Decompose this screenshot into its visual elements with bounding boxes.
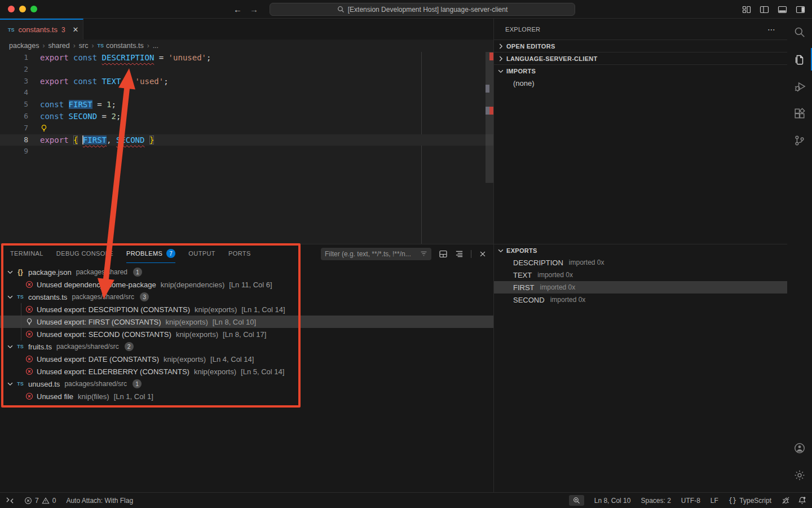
problem-file-name: package.json	[28, 268, 72, 277]
source-control-icon	[793, 134, 806, 147]
chevron-down-icon	[497, 247, 505, 255]
minimize-window-button[interactable]	[19, 6, 26, 12]
tree-indent-guide	[21, 303, 21, 340]
debug-disabled-icon[interactable]	[782, 496, 790, 505]
toggle-secondary-sidebar-icon[interactable]	[796, 5, 805, 14]
breadcrumb-item[interactable]: TSconstants.ts	[97, 42, 143, 50]
sidebar-section-language-server-client[interactable]: LANGUAGE-SERVER-CLIENT	[494, 52, 787, 64]
close-panel-icon[interactable]	[479, 250, 487, 258]
language-mode[interactable]: {} TypeScript	[729, 497, 771, 505]
sidebar-section-exports[interactable]: EXPORTS	[494, 244, 787, 256]
problem-message: Unused export: DESCRIPTION (CONSTANTS)	[37, 305, 190, 314]
export-row-description[interactable]: DESCRIPTIONimported 0x	[494, 256, 787, 269]
problem-row[interactable]: Unused export: FIRST (CONSTANTS)knip(exp…	[0, 316, 493, 328]
view-as-table-icon[interactable]	[439, 249, 448, 259]
chevron-down-icon[interactable]	[6, 380, 14, 388]
panel-tab-output[interactable]: OUTPUT	[188, 244, 215, 263]
problem-row[interactable]: Unused export: DATE (CONSTANTS)knip(expo…	[0, 353, 493, 365]
activity-files-button[interactable]	[787, 46, 812, 73]
problems-summary[interactable]: 7 0	[24, 497, 56, 505]
error-icon	[25, 392, 33, 400]
chevron-down-icon[interactable]	[6, 343, 14, 351]
export-import-count: imported 0x	[550, 296, 586, 304]
toggle-primary-sidebar-icon[interactable]	[760, 5, 769, 14]
problem-group-row[interactable]: TSconstants.tspackages/shared/src3	[0, 291, 493, 303]
sidebar-section-open-editors[interactable]: OPEN EDITORS	[494, 40, 787, 52]
remote-indicator[interactable]	[6, 497, 14, 504]
problem-row[interactable]: Unused export: SECOND (CONSTANTS)knip(ex…	[0, 328, 493, 340]
code-action-lightbulb-icon[interactable]	[40, 124, 48, 135]
close-window-button[interactable]	[8, 6, 15, 12]
tab-problem-count: 3	[61, 26, 65, 34]
activity-search-button[interactable]	[787, 19, 812, 46]
code-line-7[interactable]: 7	[0, 122, 493, 134]
activity-debug-button[interactable]	[787, 73, 812, 100]
activity-account-button[interactable]	[787, 435, 812, 462]
problem-group-row[interactable]: TSfruits.tspackages/shared/src2	[0, 340, 493, 353]
breadcrumb-item[interactable]: packages	[9, 42, 39, 50]
indentation[interactable]: Spaces: 2	[641, 497, 670, 505]
code-line-4[interactable]: 4	[0, 87, 493, 99]
navigate-back-button[interactable]: ←	[233, 5, 242, 14]
collapse-all-icon[interactable]	[455, 249, 464, 258]
problem-location: [Ln 1, Col 14]	[241, 305, 285, 314]
code-line-6[interactable]: 6const SECOND = 2;	[0, 111, 493, 122]
problem-group-row[interactable]: TSunused.tspackages/shared/src1	[0, 378, 493, 390]
problem-group-row[interactable]: {}package.jsonpackages/shared1	[0, 266, 493, 278]
explorer-sidebar: EXPLORER ⋯ OPEN EDITORSLANGUAGE-SERVER-C…	[494, 19, 787, 492]
panel-tab-terminal[interactable]: TERMINAL	[10, 244, 43, 263]
command-center-search[interactable]: [Extension Development Host] language-se…	[270, 3, 575, 16]
export-row-second[interactable]: SECONDimported 0x	[494, 294, 787, 306]
notifications-bell-icon[interactable]	[798, 496, 806, 505]
files-icon	[793, 53, 806, 65]
export-row-first[interactable]: FIRSTimported 0x	[494, 281, 787, 294]
problems-filter-input[interactable]: Filter (e.g. text, **/*.ts, !**/n...	[321, 248, 431, 260]
breadcrumb-item[interactable]: src	[79, 42, 89, 50]
editor-scrollbar[interactable]	[486, 52, 493, 183]
breadcrumb-item[interactable]: shared	[48, 42, 70, 50]
cursor-position[interactable]: Ln 8, Col 10	[594, 497, 631, 505]
code-line-5[interactable]: 5const FIRST = 1;	[0, 99, 493, 111]
panel-tab-ports[interactable]: PORTS	[228, 244, 251, 263]
breadcrumb-item[interactable]: ...	[153, 42, 158, 50]
activity-extensions-button[interactable]	[787, 100, 812, 127]
code-line-8[interactable]: 8export { FIRST, SECOND }	[0, 134, 493, 146]
eol-sequence[interactable]: LF	[710, 497, 718, 505]
code-line-1[interactable]: 1export const DESCRIPTION = 'unused';	[0, 52, 493, 64]
problem-file-path: packages/shared/src	[72, 293, 134, 301]
export-import-count: imported 0x	[537, 271, 573, 279]
chevron-down-icon[interactable]	[6, 268, 14, 276]
zoom-status-icon[interactable]	[569, 495, 584, 506]
customize-layout-icon[interactable]	[742, 5, 751, 14]
more-actions-icon[interactable]: ⋯	[767, 25, 776, 34]
sidebar-row[interactable]: (none)	[494, 77, 787, 89]
toggle-panel-icon[interactable]	[778, 5, 787, 14]
code-line-3[interactable]: 3export const TEXT = 'used';	[0, 76, 493, 87]
tab-close-icon[interactable]: ✕	[73, 25, 79, 34]
toolbar-separator	[471, 250, 471, 258]
zoom-window-button[interactable]	[30, 6, 37, 12]
line-number: 1	[0, 52, 28, 64]
code-line-9[interactable]: 9	[0, 146, 493, 157]
chevron-down-icon[interactable]	[6, 293, 14, 301]
panel-tab-problems[interactable]: PROBLEMS7	[126, 244, 175, 263]
activity-source-control-button[interactable]	[787, 127, 812, 154]
problem-row[interactable]: Unused export: ELDERBERRY (CONSTANTS)kni…	[0, 365, 493, 378]
export-row-text[interactable]: TEXTimported 0x	[494, 269, 787, 281]
code-line-2[interactable]: 2	[0, 64, 493, 76]
sidebar-section-imports[interactable]: IMPORTS	[494, 64, 787, 77]
activity-settings-button[interactable]	[787, 462, 812, 489]
encoding[interactable]: UTF-8	[681, 497, 700, 505]
problem-row[interactable]: Unused export: DESCRIPTION (CONSTANTS)kn…	[0, 303, 493, 316]
problem-row[interactable]: Unused dependency: some-packageknip(depe…	[0, 278, 493, 291]
filter-funnel-icon[interactable]	[420, 250, 427, 257]
auto-attach-status[interactable]: Auto Attach: With Flag	[66, 497, 133, 505]
activity-bar-bottom	[787, 435, 812, 492]
tab-constants-ts[interactable]: TS constants.ts 3 ✕	[0, 19, 83, 40]
navigate-forward-button[interactable]: →	[250, 5, 258, 14]
problems-tree: {}package.jsonpackages/shared1Unused dep…	[0, 263, 493, 402]
chevron-right-icon	[497, 55, 505, 63]
panel-tab-debug-console[interactable]: DEBUG CONSOLE	[56, 244, 113, 263]
problem-row[interactable]: Unused fileknip(files)[Ln 1, Col 1]	[0, 390, 493, 402]
code-editor[interactable]: 1export const DESCRIPTION = 'unused';23e…	[0, 52, 493, 244]
